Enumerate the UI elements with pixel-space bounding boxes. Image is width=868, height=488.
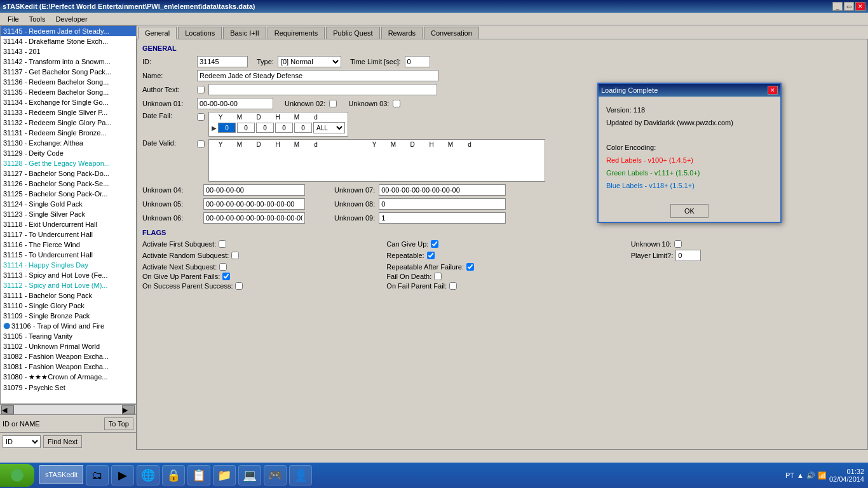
author-text-field[interactable] [208,84,437,95]
list-item[interactable]: 31080 - ★★★Crown of Armage... [1,372,136,383]
list-item[interactable]: 31127 - Bachelor Song Pack-Do... [1,168,136,179]
list-item[interactable]: 31144 - Drakeflame Stone Exch... [1,36,136,46]
window-controls[interactable]: _ ▭ ✕ [832,2,865,11]
list-item[interactable]: 31110 - Single Glory Pack [1,301,136,311]
list-item[interactable]: 31143 - 201 [1,46,136,57]
taskbar-active-window[interactable]: sTASKedit [39,465,83,484]
restore-btn[interactable]: ▭ [844,2,854,11]
list-item[interactable]: 31125 - Bachelor Song Pack-Or... [1,189,136,199]
find-next-button[interactable]: Find Next [43,435,82,448]
list-item[interactable]: 31142 - Transform into a Snowm... [1,57,136,67]
list-item[interactable]: 31118 - Exit Undercurrent Hall [1,219,136,229]
taskbar-app-1[interactable]: 📋 [187,465,210,485]
list-item[interactable]: 31136 - Redeem Bachelor Song... [1,77,136,87]
flag-fail-on-death-checkbox[interactable] [434,273,442,280]
taskbar-app-3[interactable]: 💻 [238,465,261,485]
list-item[interactable]: 31137 - Get Bachelor Song Pack... [1,67,136,77]
taskbar-app-2[interactable]: 📁 [213,465,236,485]
list-scrollbar[interactable]: ◀ ▶ [0,404,136,414]
list-item[interactable]: 31102 - Unknown Primal World [1,341,136,351]
unknown03-checkbox[interactable] [393,100,400,107]
start-button[interactable] [0,464,34,487]
tab-rewards[interactable]: Rewards [381,27,423,39]
date-fail-month[interactable] [237,123,255,133]
list-item[interactable]: 🔵 31106 - Trap of Wind and Fire [1,321,136,331]
tab-conversation[interactable]: Conversation [424,27,479,39]
list-item[interactable]: 31105 - Tearing Vanity [1,331,136,341]
unknown04-field[interactable] [203,184,305,196]
unknown08-field[interactable] [379,198,506,210]
taskbar-app-chrome[interactable]: 🌐 [137,465,159,485]
list-item[interactable]: 31145 - Redeem Jade of Steady... [1,26,136,36]
unknown02-checkbox[interactable] [329,100,337,107]
list-item[interactable]: 31133 - Redeem Single Sliver P... [1,107,136,118]
scroll-left-btn[interactable]: ◀ [1,405,14,414]
list-item[interactable]: 31109 - Single Bronze Pack [1,311,136,321]
tab-basic[interactable]: Basic I+II [223,27,266,39]
list-item[interactable]: 31113 - Spicy and Hot Love (Fe... [1,270,136,280]
tab-locations[interactable]: Locations [178,27,222,39]
unknown09-field[interactable] [379,212,506,224]
search-type-select[interactable]: ID [3,435,41,448]
time-limit-field[interactable] [405,56,430,67]
flag-activate-next-checkbox[interactable] [219,263,227,271]
flag-on-give-up-checkbox[interactable] [222,273,230,280]
list-item[interactable]: 31128 - Get the Legacy Weapon... [1,158,136,168]
flag-activate-random-checkbox[interactable] [231,252,239,259]
unknown05-field[interactable] [203,198,305,210]
date-fail-min[interactable] [294,123,312,133]
list-item[interactable]: 31135 - Redeem Bachelor Song... [1,87,136,97]
flag-activate-first-checkbox[interactable] [219,240,226,248]
flag-on-fail-parent-checkbox[interactable] [449,282,457,290]
flag-unknown10-checkbox[interactable] [674,240,682,248]
list-item[interactable]: 31130 - Exchange: Althea [1,138,136,148]
minimize-btn[interactable]: _ [832,2,843,11]
name-field[interactable] [197,70,438,81]
type-select[interactable]: [0] Normal [1] Daily [2] Repeatable [278,56,341,67]
list-item[interactable]: 31079 - Psychic Set [1,383,136,393]
tab-requirements[interactable]: Requirements [268,27,325,39]
list-item[interactable]: 31134 - Exchange for Single Go... [1,97,136,107]
close-btn[interactable]: ✕ [855,2,865,11]
unknown01-field[interactable] [197,98,273,109]
menu-developer[interactable]: Developer [50,14,92,24]
unknown07-field[interactable] [379,184,506,196]
scroll-right-btn[interactable]: ▶ [122,405,135,414]
list-item[interactable]: 31116 - The Fierce Wind [1,240,136,250]
list-item[interactable]: 31132 - Redeem Single Glory Pa... [1,118,136,128]
list-item[interactable]: 31124 - Single Gold Pack [1,199,136,209]
unknown06-field[interactable] [203,212,305,224]
taskbar-app-4[interactable]: 🎮 [264,465,287,485]
modal-ok-button[interactable]: OK [670,204,709,218]
flag-player-limit-field[interactable] [675,250,701,261]
list-item[interactable]: 31129 - Deity Code [1,148,136,158]
tab-general[interactable]: General [138,27,177,39]
date-fail-day[interactable] [256,123,274,133]
flag-repeatable-checkbox[interactable] [427,252,435,259]
list-item[interactable]: 31114 - Happy Singles Day [1,260,136,270]
list-item[interactable]: 31115 - To Undercurrent Hall [1,250,136,260]
taskbar-app-security[interactable]: 🔒 [162,465,185,485]
modal-close-btn[interactable]: ✕ [768,86,778,95]
to-top-button[interactable]: To Top [104,417,133,430]
taskbar-app-media[interactable]: ▶ [111,465,134,485]
id-field[interactable] [197,56,248,67]
taskbar-app-explorer[interactable]: 🗂 [86,465,109,485]
list-item[interactable]: 31126 - Bachelor Song Pack-Se... [1,179,136,189]
list-item[interactable]: 31082 - Fashion Weapon Excha... [1,351,136,362]
date-fail-year[interactable] [218,123,236,133]
taskbar-app-5[interactable]: 👤 [289,465,312,485]
flag-can-give-up-checkbox[interactable] [431,240,438,248]
list-item[interactable]: 31123 - Single Silver Pack [1,209,136,219]
menu-tools[interactable]: Tools [24,14,51,24]
list-item[interactable]: 31111 - Bachelor Song Pack [1,290,136,301]
flag-on-success-checkbox[interactable] [235,282,243,290]
date-fail-select[interactable]: ALL [313,122,345,133]
list-item[interactable]: 31117 - To Undercurrent Hall [1,229,136,240]
date-fail-hour[interactable] [275,123,293,133]
list-item[interactable]: 31112 - Spicy and Hot Love (M)... [1,280,136,290]
flag-repeatable-after-checkbox[interactable] [466,263,474,271]
author-text-checkbox[interactable] [197,86,205,93]
menu-file[interactable]: File [3,14,24,24]
tab-public-quest[interactable]: Public Quest [326,27,379,39]
